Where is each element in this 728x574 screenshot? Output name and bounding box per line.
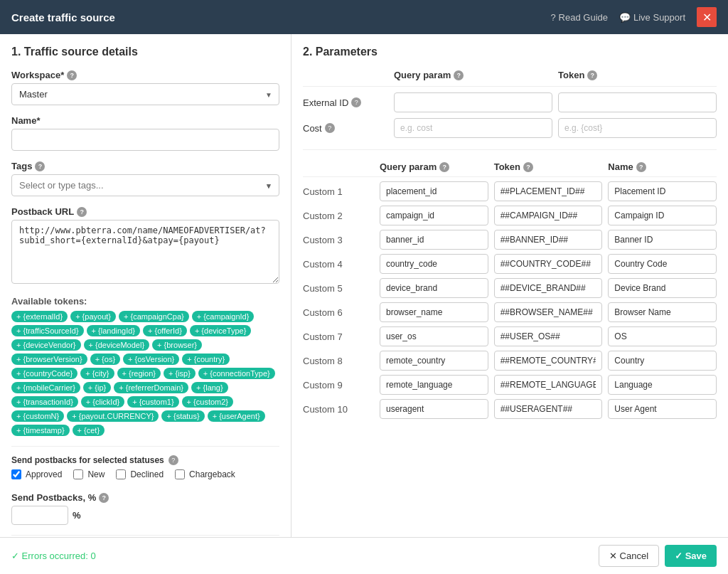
token-tag[interactable]: + {connectionType} — [198, 368, 275, 379]
custom-6-query-input[interactable] — [380, 302, 488, 322]
postback-url-input[interactable]: http://www.pbterra.com/name/NAMEOFADVERT… — [11, 220, 279, 284]
token-tag[interactable]: + {externalId} — [11, 311, 68, 322]
custom-9-name-input[interactable] — [608, 375, 717, 395]
chargeback-checkbox-label[interactable]: Chargeback — [175, 469, 235, 479]
tags-input[interactable] — [11, 174, 279, 196]
custom-2-token-input[interactable] — [494, 206, 603, 225]
custom-4-token-input[interactable] — [494, 254, 603, 274]
send-postbacks-percent-help-icon[interactable]: ? — [99, 493, 109, 503]
custom-8-query-input[interactable] — [380, 351, 488, 371]
token-tag[interactable]: + {userAgent} — [208, 410, 265, 422]
token-tag[interactable]: + {referrerDomain} — [114, 382, 188, 393]
custom-5-query-input[interactable] — [380, 278, 488, 298]
custom-10-token-input[interactable] — [494, 399, 603, 419]
customs-name-help-icon[interactable]: ? — [636, 162, 646, 172]
name-input[interactable]: AdsTerra — [11, 129, 279, 151]
query-param-help-icon[interactable]: ? — [454, 70, 464, 80]
custom-4-query-input[interactable] — [380, 254, 488, 274]
save-button[interactable]: ✓ Save — [665, 545, 717, 567]
custom-1-token-input[interactable] — [494, 181, 603, 201]
custom-7-query-input[interactable] — [380, 326, 488, 346]
token-tag[interactable]: + {offerId} — [143, 325, 187, 336]
external-id-token-input[interactable]: ##SUB_ID_SHORT(action)## — [558, 92, 717, 112]
token-tag[interactable]: + {campaignId} — [192, 311, 255, 322]
divider-2 — [11, 535, 279, 536]
custom-5-name-input[interactable] — [608, 278, 717, 298]
close-button[interactable]: ✕ — [697, 7, 717, 27]
custom-10-name-input[interactable] — [608, 399, 717, 419]
custom-9-token-input[interactable] — [494, 375, 603, 395]
cost-query-input[interactable] — [394, 118, 552, 138]
custom-label: Custom 10 — [303, 404, 374, 415]
chargeback-checkbox[interactable] — [175, 469, 185, 479]
read-guide-link[interactable]: ? Read Guide — [550, 12, 608, 23]
custom-8-name-input[interactable] — [608, 351, 717, 371]
customs-token-help-icon[interactable]: ? — [523, 162, 533, 172]
custom-3-token-input[interactable] — [494, 230, 603, 250]
token-tag[interactable]: + {custom2} — [182, 396, 233, 408]
custom-7-token-input[interactable] — [494, 326, 603, 346]
token-tag[interactable]: + {country} — [182, 354, 230, 365]
token-tag[interactable]: + {deviceModel} — [84, 339, 150, 351]
external-id-help-icon[interactable]: ? — [351, 97, 361, 107]
token-tag[interactable]: + {cet} — [73, 425, 105, 436]
token-tag[interactable]: + {os} — [90, 354, 120, 365]
workspace-select[interactable]: Master — [11, 83, 279, 105]
cost-token-input[interactable] — [558, 118, 717, 138]
custom-9-query-input[interactable] — [380, 375, 488, 395]
external-id-query-input[interactable]: subid — [394, 92, 552, 112]
token-tag[interactable]: + {trafficSourceId} — [11, 325, 84, 336]
postback-url-help-icon[interactable]: ? — [77, 207, 87, 217]
token-tag[interactable]: + {deviceType} — [190, 325, 251, 336]
token-tag[interactable]: + {payout} — [70, 311, 116, 322]
custom-8-token-input[interactable] — [494, 351, 603, 371]
live-support-link[interactable]: 💬 Live Support — [619, 12, 685, 23]
custom-10-query-input[interactable] — [380, 399, 488, 419]
custom-1-query-input[interactable] — [380, 181, 488, 201]
token-tag[interactable]: + {status} — [161, 410, 204, 422]
custom-5-token-input[interactable] — [494, 278, 603, 298]
token-help-icon[interactable]: ? — [587, 70, 597, 80]
token-tag[interactable]: + {city} — [80, 368, 114, 379]
token-tag[interactable]: + {landingId} — [87, 325, 140, 336]
token-tag[interactable]: + {region} — [117, 368, 161, 379]
approved-checkbox[interactable] — [11, 469, 21, 479]
token-tag[interactable]: + {osVersion} — [123, 354, 179, 365]
token-tag[interactable]: + {mobileCarrier} — [11, 382, 80, 393]
custom-6-token-input[interactable] — [494, 302, 603, 322]
token-tag[interactable]: + {clickId} — [81, 396, 124, 408]
workspace-help-icon[interactable]: ? — [67, 70, 77, 80]
declined-checkbox[interactable] — [116, 469, 126, 479]
new-checkbox-label[interactable]: New — [73, 469, 105, 479]
cancel-button[interactable]: ✕ Cancel — [599, 545, 659, 567]
custom-3-query-input[interactable] — [380, 230, 488, 250]
token-tag[interactable]: + {ip} — [83, 382, 111, 393]
token-tag[interactable]: + {customN} — [11, 410, 64, 422]
postback-percent-input[interactable]: 100 — [11, 506, 68, 525]
new-checkbox[interactable] — [73, 469, 83, 479]
token-tag[interactable]: + {browserVersion} — [11, 354, 87, 365]
custom-3-name-input[interactable] — [608, 230, 717, 250]
customs-query-help-icon[interactable]: ? — [439, 162, 449, 172]
token-tag[interactable]: + {isp} — [164, 368, 196, 379]
custom-7-name-input[interactable] — [608, 326, 717, 346]
token-tag[interactable]: + {browser} — [152, 339, 202, 351]
token-tag[interactable]: + {transactionId} — [11, 396, 78, 408]
custom-4-name-input[interactable] — [608, 254, 717, 274]
token-tag[interactable]: + {timestamp} — [11, 425, 70, 436]
token-tag[interactable]: + {payout.CURRENCY} — [67, 410, 159, 422]
token-tag[interactable]: + {custom1} — [127, 396, 178, 408]
custom-1-name-input[interactable] — [608, 181, 717, 201]
cost-help-icon[interactable]: ? — [325, 123, 335, 133]
declined-checkbox-label[interactable]: Declined — [116, 469, 164, 479]
custom-2-name-input[interactable] — [608, 206, 717, 225]
send-postbacks-help-icon[interactable]: ? — [168, 455, 178, 465]
token-tag[interactable]: + {lang} — [191, 382, 228, 393]
custom-6-name-input[interactable] — [608, 302, 717, 322]
custom-2-query-input[interactable] — [380, 206, 488, 225]
token-tag[interactable]: + {campaignCpa} — [119, 311, 189, 322]
approved-checkbox-label[interactable]: Approved — [11, 469, 62, 479]
token-tag[interactable]: + {deviceVendor} — [11, 339, 81, 351]
token-tag[interactable]: + {countryCode} — [11, 368, 77, 379]
tags-help-icon[interactable]: ? — [35, 161, 45, 171]
